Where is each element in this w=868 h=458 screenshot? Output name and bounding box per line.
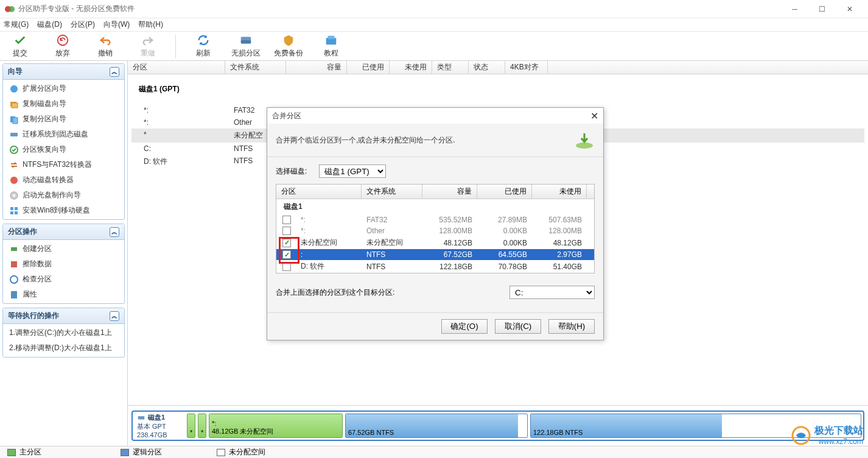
pending-item[interactable]: 1.调整分区(C:)的大小在磁盘1上	[3, 325, 124, 340]
svg-point-15	[10, 192, 18, 199]
svg-rect-4	[241, 40, 251, 44]
help-button[interactable]: 帮助(H)	[548, 319, 595, 334]
col-partition[interactable]: 分区	[128, 61, 225, 74]
svg-rect-10	[10, 116, 15, 122]
sidebar-item-win8[interactable]: 安装Win8到移动硬盘	[3, 203, 124, 218]
minimize-button[interactable]: ─	[781, 1, 808, 18]
disk-bar: 磁盘1 基本 GPT 238.47GB * * *:48.12GB 未分配空间 …	[128, 405, 868, 446]
sidebar-item-copy-disk[interactable]: 复制磁盘向导	[3, 96, 124, 111]
col-status[interactable]: 状态	[469, 61, 505, 74]
sidebar-item-extend[interactable]: 扩展分区向导	[3, 81, 124, 96]
sidebar-item-recover[interactable]: 分区恢复向导	[3, 142, 124, 157]
collapse-icon[interactable]: ︽	[110, 67, 119, 77]
svg-point-0	[5, 6, 11, 12]
undo-button[interactable]: 撤销	[90, 33, 121, 58]
col-capacity[interactable]: 容量	[286, 61, 347, 74]
select-disk-dropdown[interactable]: 磁盘1 (GPT)	[319, 164, 386, 178]
svg-rect-9	[12, 103, 18, 108]
discard-button[interactable]: 放弃	[47, 33, 78, 58]
commit-button[interactable]: 提交	[5, 33, 35, 58]
svg-point-7	[10, 85, 18, 93]
sidebar-item-dynamic[interactable]: 动态磁盘转换器	[3, 172, 124, 188]
dynamic-icon	[9, 175, 19, 185]
sidebar: 向导︽ 扩展分区向导 复制磁盘向导 复制分区向导 迁移系统到固态磁盘 分区恢复向…	[0, 61, 128, 446]
copy-disk-icon	[9, 99, 19, 109]
dcol-partition[interactable]: 分区	[276, 185, 362, 199]
col-free[interactable]: 未使用	[390, 61, 432, 74]
wizard-panel-title: 向导	[8, 66, 23, 77]
props-icon	[9, 290, 19, 300]
merge-dialog: 合并分区 ✕ 合并两个临近分区到一个,或合并未分配空间给一个分区. 选择磁盘: …	[267, 107, 604, 340]
sidebar-item-wipe[interactable]: 擦除数据	[3, 256, 124, 272]
col-used[interactable]: 已使用	[347, 61, 390, 74]
svg-point-14	[10, 177, 18, 184]
redo-button[interactable]: 重做	[133, 33, 163, 58]
undo-icon	[99, 33, 112, 47]
legend-primary: 主分区	[7, 447, 41, 457]
menu-general[interactable]: 常规(G)	[4, 19, 29, 30]
menu-partition[interactable]: 分区(P)	[71, 19, 95, 30]
sidebar-item-bootcd[interactable]: 启动光盘制作向导	[3, 188, 124, 203]
dialog-row[interactable]: 未分配空间未分配空间48.12GB0.00KB48.12GB	[276, 236, 594, 249]
disk-segment-c[interactable]: 67.52GB NTFS	[345, 414, 528, 438]
dialog-close-button[interactable]: ✕	[590, 110, 598, 122]
checkbox[interactable]	[282, 262, 291, 271]
sidebar-item-migrate-ssd[interactable]: 迁移系统到固态磁盘	[3, 127, 124, 142]
menu-bar: 常规(G) 磁盘(D) 分区(P) 向导(W) 帮助(H)	[0, 18, 868, 32]
dcol-used[interactable]: 已使用	[477, 185, 532, 199]
maximize-button[interactable]: ☐	[808, 1, 836, 18]
dcol-capacity[interactable]: 容量	[422, 185, 477, 199]
col-4kb[interactable]: 4KB对齐	[505, 61, 548, 74]
disk-segment-unallocated[interactable]: *:48.12GB 未分配空间	[209, 414, 343, 438]
dialog-row[interactable]: *:FAT32535.52MB27.89MB507.63MB	[276, 214, 594, 225]
dcol-fs[interactable]: 文件系统	[362, 185, 422, 199]
svg-rect-20	[15, 211, 18, 214]
svg-rect-22	[11, 261, 17, 267]
cancel-button[interactable]: 取消(C)	[495, 319, 541, 334]
sidebar-item-ntfs-fat32[interactable]: NTFS与FAT32转换器	[3, 157, 124, 172]
cd-icon	[9, 191, 19, 200]
dialog-row[interactable]: D: 软件NTFS122.18GB70.78GB51.40GB	[276, 260, 594, 273]
checkbox[interactable]	[282, 250, 291, 259]
disk-segment[interactable]: *	[198, 414, 206, 438]
check-part-icon	[9, 275, 19, 284]
menu-help[interactable]: 帮助(H)	[138, 19, 163, 30]
dialog-disk-row: 磁盘1	[276, 199, 594, 214]
svg-point-13	[10, 146, 18, 153]
convert-icon	[9, 160, 19, 170]
sidebar-item-copy-partition[interactable]: 复制分区向导	[3, 111, 124, 127]
tutorial-button[interactable]: 教程	[316, 33, 346, 58]
disk-info: 磁盘1 基本 GPT 238.47GB	[135, 414, 184, 438]
sidebar-item-check[interactable]: 检查分区	[3, 272, 124, 287]
disk-segment[interactable]: *	[187, 414, 195, 438]
checkbox[interactable]	[282, 239, 291, 247]
close-button[interactable]: ✕	[836, 1, 863, 18]
svg-point-2	[58, 35, 68, 46]
svg-point-23	[10, 276, 18, 283]
pending-item[interactable]: 2.移动并调整(D:)大小在磁盘1上	[3, 340, 124, 356]
dialog-row[interactable]: :NTFS67.52GB64.55GB2.97GB	[276, 249, 594, 260]
collapse-icon[interactable]: ︽	[110, 227, 119, 237]
svg-rect-25	[138, 416, 145, 419]
watermark-url: www.xz7.com	[814, 437, 863, 446]
lossless-button[interactable]: 无损分区	[231, 33, 261, 58]
menu-wizard[interactable]: 向导(W)	[103, 19, 130, 30]
svg-rect-18	[15, 207, 18, 210]
col-type[interactable]: 类型	[432, 61, 469, 74]
svg-rect-11	[13, 118, 18, 124]
sidebar-item-props[interactable]: 属性	[3, 287, 124, 302]
backup-button[interactable]: 免费备份	[273, 33, 304, 58]
refresh-button[interactable]: 刷新	[188, 33, 219, 58]
svg-point-26	[576, 143, 593, 149]
dialog-titlebar[interactable]: 合并分区 ✕	[267, 108, 603, 124]
collapse-icon[interactable]: ︽	[110, 311, 119, 321]
dialog-row[interactable]: *:Other128.00MB0.00KB128.00MB	[276, 225, 594, 236]
target-select[interactable]: C:	[509, 286, 595, 299]
sidebar-item-create[interactable]: 创建分区	[3, 241, 124, 256]
dcol-free[interactable]: 未使用	[532, 185, 587, 199]
win-icon	[9, 206, 19, 216]
check-icon	[13, 33, 27, 47]
col-fs[interactable]: 文件系统	[225, 61, 286, 74]
menu-disk[interactable]: 磁盘(D)	[37, 19, 62, 30]
ok-button[interactable]: 确定(O)	[441, 319, 488, 334]
